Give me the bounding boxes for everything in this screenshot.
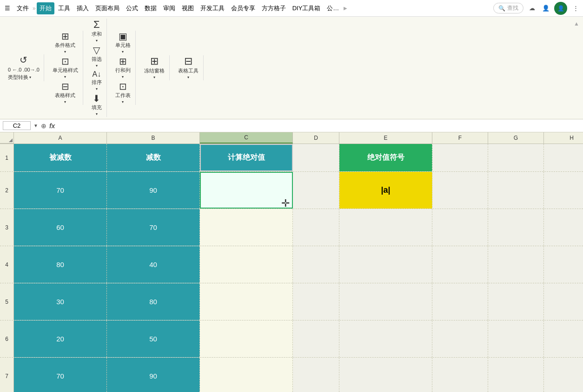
cell-a3[interactable]: 60 <box>14 209 107 246</box>
cell-g5[interactable] <box>488 283 544 320</box>
cell-e7[interactable] <box>339 358 432 392</box>
cell-c5[interactable] <box>200 283 293 320</box>
cell-h7[interactable] <box>544 358 583 392</box>
cell-a6[interactable]: 20 <box>14 320 107 357</box>
cell-h3[interactable] <box>544 209 583 246</box>
menu-insert[interactable]: 插入 <box>74 2 92 14</box>
menu-file[interactable]: 文件 <box>14 2 32 14</box>
ribbon-cell-btn[interactable]: ▣ 单元格 ▾ <box>113 31 132 55</box>
cell-b4[interactable]: 40 <box>107 246 200 283</box>
row-num-4[interactable]: 4 <box>0 246 14 283</box>
cell-g2[interactable] <box>488 172 544 209</box>
cell-g4[interactable] <box>488 246 544 283</box>
col-header-c[interactable]: C <box>200 132 293 144</box>
menu-member[interactable]: 会员专享 <box>228 2 258 14</box>
cell-c7[interactable] <box>200 358 293 392</box>
cell-b2[interactable]: 90 <box>107 172 200 209</box>
ribbon-sum-btn[interactable]: Σ 求和 ▾ <box>90 19 104 44</box>
cell-a2[interactable]: 70 <box>14 172 107 209</box>
cell-b7[interactable]: 90 <box>107 358 200 392</box>
cell-c3[interactable] <box>200 209 293 246</box>
cell-e6[interactable] <box>339 320 432 357</box>
cell-g3[interactable] <box>488 209 544 246</box>
cell-e1[interactable]: 绝对值符号 <box>339 144 432 171</box>
col-header-a[interactable]: A <box>14 132 107 144</box>
cell-g7[interactable] <box>488 358 544 392</box>
cell-f5[interactable] <box>432 283 488 320</box>
row-num-5[interactable]: 5 <box>0 283 14 320</box>
menu-data[interactable]: 数据 <box>142 2 159 14</box>
cell-e4[interactable] <box>339 246 432 283</box>
col-header-d[interactable]: D <box>293 132 339 144</box>
ribbon-worksheet-btn[interactable]: ⊡ 工作表 ▾ <box>113 81 132 105</box>
hamburger-menu[interactable]: ☰ <box>2 3 13 13</box>
ribbon-conditional-format-btn[interactable]: ⊞ 条件格式 ▾ <box>53 31 77 55</box>
cell-a1[interactable]: 被减数 <box>14 144 107 171</box>
cell-h5[interactable] <box>544 283 583 320</box>
menu-start[interactable]: 开始 <box>37 2 54 14</box>
cell-e5[interactable] <box>339 283 432 320</box>
cloud-icon[interactable]: ☁ <box>526 3 537 14</box>
cell-b3[interactable]: 70 <box>107 209 200 246</box>
formula-input[interactable] <box>58 122 580 129</box>
row-num-2[interactable]: 2 <box>0 172 14 209</box>
cell-h1[interactable] <box>544 144 583 171</box>
cell-e3[interactable] <box>339 209 432 246</box>
cell-b5[interactable]: 80 <box>107 283 200 320</box>
menu-devtools[interactable]: 开发工具 <box>198 2 227 14</box>
cell-d2[interactable] <box>293 172 339 209</box>
ribbon-rowcol-btn[interactable]: ⊞ 行和列 ▾ <box>113 56 132 80</box>
cell-h2[interactable] <box>544 172 583 209</box>
ribbon-cell-style-btn[interactable]: ⊡ 单元格样式 ▾ <box>51 56 80 80</box>
cell-e2[interactable]: |a| <box>339 172 432 209</box>
ribbon-type-convert-btn[interactable]: 类型转换 ▾ <box>7 73 41 81</box>
ribbon-table-tools-btn[interactable]: ⊟ 表格工具 ▾ <box>176 55 200 80</box>
select-all-button[interactable] <box>0 132 14 144</box>
more-options-icon[interactable]: ⋮ <box>570 3 581 14</box>
col-header-h[interactable]: H <box>544 132 583 144</box>
col-header-e[interactable]: E <box>339 132 432 144</box>
cell-f2[interactable] <box>432 172 488 209</box>
user-icon[interactable]: 👤 <box>540 3 551 14</box>
cell-d4[interactable] <box>293 246 339 283</box>
cell-g6[interactable] <box>488 320 544 357</box>
cell-d3[interactable] <box>293 209 339 246</box>
col-header-f[interactable]: F <box>432 132 488 144</box>
ribbon-sort-btn[interactable]: A↓ 排序 ▾ <box>90 70 104 92</box>
cell-c2[interactable]: ✛ <box>200 172 293 209</box>
cell-c4[interactable] <box>200 246 293 283</box>
cell-f6[interactable] <box>432 320 488 357</box>
cell-a4[interactable]: 80 <box>14 246 107 283</box>
cell-g1[interactable] <box>488 144 544 171</box>
cell-f4[interactable] <box>432 246 488 283</box>
cell-f3[interactable] <box>432 209 488 246</box>
menu-fangge[interactable]: 方方格子 <box>259 2 289 14</box>
row-num-3[interactable]: 3 <box>0 209 14 246</box>
menu-page-layout[interactable]: 页面布局 <box>93 2 122 14</box>
cell-a5[interactable]: 30 <box>14 283 107 320</box>
cell-c6[interactable] <box>200 320 293 357</box>
ribbon-freeze-btn[interactable]: ⊞ 冻结窗格 ▾ <box>142 55 166 80</box>
menu-more[interactable]: 公… <box>324 2 342 14</box>
col-header-b[interactable]: B <box>107 132 200 144</box>
ribbon-fill-btn[interactable]: ⬇ 填充 ▾ <box>90 93 104 117</box>
cell-h4[interactable] <box>544 246 583 283</box>
row-num-7[interactable]: 7 <box>0 358 14 392</box>
ribbon-collapse-btn[interactable]: ▲ <box>574 19 579 27</box>
menu-diy[interactable]: DIY工具箱 <box>290 2 324 14</box>
menu-formula[interactable]: 公式 <box>123 2 141 14</box>
col-header-g[interactable]: G <box>488 132 544 144</box>
search-box[interactable]: 🔍 查找 <box>493 3 523 13</box>
cell-d5[interactable] <box>293 283 339 320</box>
ribbon-number-format-btn[interactable]: 0 ←.0 .00→.0 <box>7 66 41 73</box>
avatar[interactable]: 👤 <box>554 2 567 15</box>
cell-b6[interactable]: 50 <box>107 320 200 357</box>
ribbon-undo-btn[interactable]: ↺ <box>18 54 29 65</box>
cell-h6[interactable] <box>544 320 583 357</box>
ribbon-table-style-btn[interactable]: ⊟ 表格样式 ▾ <box>53 81 77 105</box>
cell-d1[interactable] <box>293 144 339 171</box>
cell-f7[interactable] <box>432 358 488 392</box>
cell-d6[interactable] <box>293 320 339 357</box>
cell-f1[interactable] <box>432 144 488 171</box>
cell-d7[interactable] <box>293 358 339 392</box>
